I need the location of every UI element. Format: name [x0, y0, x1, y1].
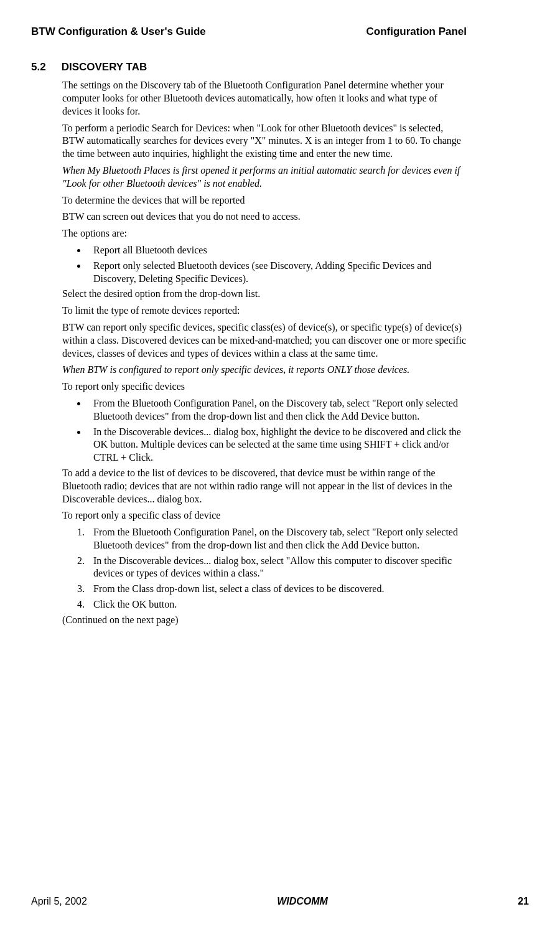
list-item: Report only selected Bluetooth devices (…: [87, 260, 467, 286]
paragraph: (Continued on the next page): [62, 614, 467, 627]
paragraph: Select the desired option from the drop-…: [62, 288, 467, 301]
paragraph: To perform a periodic Search for Devices…: [62, 122, 467, 161]
bullet-list: Report all Bluetooth devices Report only…: [75, 244, 467, 285]
paragraph: BTW can screen out devices that you do n…: [62, 210, 467, 224]
paragraph: To limit the type of remote devices repo…: [62, 304, 467, 318]
paragraph: BTW can report only specific devices, sp…: [62, 321, 467, 360]
paragraph: To report only specific devices: [62, 380, 467, 393]
list-item: In the Discoverable devices... dialog bo…: [87, 426, 467, 464]
list-item: From the Bluetooth Configuration Panel, …: [87, 397, 467, 423]
list-item: From the Bluetooth Configuration Panel, …: [87, 526, 467, 552]
bullet-list: From the Bluetooth Configuration Panel, …: [75, 397, 467, 464]
list-item: Click the OK button.: [87, 598, 467, 611]
header-right: Configuration Panel: [366, 25, 467, 39]
list-item: In the Discoverable devices... dialog bo…: [87, 555, 467, 581]
paragraph: To add a device to the list of devices t…: [62, 467, 467, 506]
paragraph-italic: When BTW is configured to report only sp…: [62, 364, 467, 377]
list-item: From the Class drop-down list, select a …: [87, 583, 467, 596]
ordered-list: From the Bluetooth Configuration Panel, …: [75, 526, 467, 611]
paragraph-italic: When My Bluetooth Places is first opened…: [62, 164, 467, 191]
paragraph: The options are:: [62, 227, 467, 240]
section-heading: 5.2DISCOVERY TAB: [31, 60, 467, 74]
section-title: DISCOVERY TAB: [62, 61, 147, 73]
header-left: BTW Configuration & User's Guide: [31, 25, 206, 39]
page-header: BTW Configuration & User's Guide Configu…: [31, 25, 467, 39]
list-item: Report all Bluetooth devices: [87, 244, 467, 257]
section-number: 5.2: [31, 60, 46, 74]
paragraph: To determine the devices that will be re…: [62, 194, 467, 207]
paragraph: To report only a specific class of devic…: [62, 509, 467, 522]
paragraph: The settings on the Discovery tab of the…: [62, 79, 467, 118]
